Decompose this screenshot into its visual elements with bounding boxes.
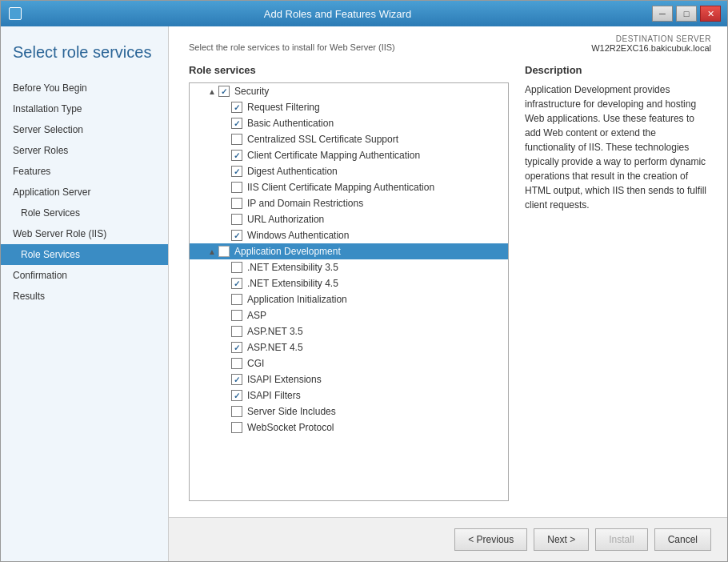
tree-item-basic-auth[interactable]: ✓ Basic Authentication: [190, 115, 508, 131]
expander-isapi-ext: [218, 373, 231, 386]
install-button[interactable]: Install: [595, 528, 647, 551]
close-button[interactable]: ✕: [700, 6, 721, 22]
sidebar-item-results[interactable]: Results: [1, 286, 168, 307]
checkbox-aspnet35[interactable]: [231, 326, 242, 337]
tree-item-app-init[interactable]: Application Initialization: [190, 291, 508, 307]
minimize-button[interactable]: ─: [652, 6, 673, 22]
checkbox-ssi[interactable]: [231, 406, 242, 417]
tree-item-url-auth[interactable]: URL Authorization: [190, 211, 508, 227]
checkbox-request-filtering[interactable]: ✓: [231, 102, 242, 113]
server-info: DESTINATION SERVER W12R2EXC16.bakicubuk.…: [591, 34, 711, 53]
sidebar-item-role-services-app[interactable]: Role Services: [1, 203, 168, 223]
right-panel: Description Application Development prov…: [525, 64, 707, 501]
restore-button[interactable]: □: [676, 6, 697, 22]
role-services-area: Role services ▲ ✓ Security: [189, 64, 707, 501]
expander-ssi: [218, 405, 231, 418]
label-isapi-filters: ISAPI Filters: [247, 390, 301, 401]
previous-button[interactable]: < Previous: [454, 528, 527, 551]
expander-ip-domain: [218, 197, 231, 210]
checkbox-net45[interactable]: ✓: [231, 278, 242, 289]
expander-isapi-filters: [218, 389, 231, 402]
label-request-filtering: Request Filtering: [247, 102, 320, 113]
expander-security[interactable]: ▲: [206, 85, 218, 98]
checkbox-app-dev[interactable]: ✓: [218, 246, 230, 257]
tree-item-isapi-ext[interactable]: ✓ ISAPI Extensions: [190, 371, 508, 387]
checkbox-iis-client-cert[interactable]: [231, 182, 242, 193]
tree-item-net35[interactable]: .NET Extensibility 3.5: [190, 259, 508, 275]
checkbox-isapi-ext[interactable]: ✓: [231, 374, 242, 385]
checkbox-basic-auth[interactable]: ✓: [231, 118, 242, 129]
sidebar-item-role-services[interactable]: Role Services: [1, 244, 168, 265]
tree-item-request-filtering[interactable]: ✓ Request Filtering: [190, 99, 508, 115]
checkbox-cgi[interactable]: [231, 358, 242, 369]
tree-item-ssi[interactable]: Server Side Includes: [190, 403, 508, 419]
expander-basic-auth: [218, 117, 231, 130]
cancel-button[interactable]: Cancel: [654, 528, 711, 551]
checkbox-client-cert-mapping[interactable]: ✓: [231, 150, 242, 161]
sidebar-item-application-server[interactable]: Application Server: [1, 182, 168, 203]
label-centralized-ssl: Centralized SSL Certificate Support: [247, 134, 398, 145]
checkbox-ip-domain[interactable]: [231, 198, 242, 209]
checkbox-isapi-filters[interactable]: ✓: [231, 390, 242, 401]
tree-item-centralized-ssl[interactable]: Centralized SSL Certificate Support: [190, 131, 508, 147]
checkbox-net35[interactable]: [231, 262, 242, 273]
sidebar-item-server-roles[interactable]: Server Roles: [1, 140, 168, 161]
main-window: Add Roles and Features Wizard ─ □ ✕ Sele…: [0, 0, 728, 562]
label-net45: .NET Extensibility 4.5: [247, 278, 338, 289]
tree-item-security[interactable]: ▲ ✓ Security: [190, 83, 508, 99]
sidebar-item-server-selection[interactable]: Server Selection: [1, 119, 168, 140]
label-iis-client-cert: IIS Client Certificate Mapping Authentic…: [247, 182, 434, 193]
expander-net45: [218, 277, 231, 290]
checkbox-centralized-ssl[interactable]: [231, 134, 242, 145]
tree-item-ip-domain[interactable]: IP and Domain Restrictions: [190, 195, 508, 211]
tree-item-digest-auth[interactable]: ✓ Digest Authentication: [190, 163, 508, 179]
tree-item-asp[interactable]: ASP: [190, 307, 508, 323]
sidebar-item-before-you-begin[interactable]: Before You Begin: [1, 78, 168, 98]
main-content-wrapper: DESTINATION SERVER W12R2EXC16.bakicubuk.…: [169, 26, 727, 561]
label-ip-domain: IP and Domain Restrictions: [247, 198, 363, 209]
sidebar-item-web-server-role[interactable]: Web Server Role (IIS): [1, 223, 168, 244]
label-websocket: WebSocket Protocol: [247, 422, 334, 433]
label-ssi: Server Side Includes: [247, 406, 336, 417]
expander-url-auth: [218, 213, 231, 226]
tree-item-cgi[interactable]: CGI: [190, 355, 508, 371]
tree-item-client-cert-mapping[interactable]: ✓ Client Certificate Mapping Authenticat…: [190, 147, 508, 163]
checkbox-asp[interactable]: [231, 310, 242, 321]
tree-item-windows-auth[interactable]: ✓ Windows Authentication: [190, 227, 508, 243]
label-digest-auth: Digest Authentication: [247, 166, 338, 177]
label-net35: .NET Extensibility 3.5: [247, 262, 338, 273]
tree-item-websocket[interactable]: WebSocket Protocol: [190, 419, 508, 436]
sidebar-item-features[interactable]: Features: [1, 161, 168, 182]
next-button[interactable]: Next >: [534, 528, 589, 551]
label-basic-auth: Basic Authentication: [247, 118, 334, 129]
tree-item-aspnet35[interactable]: ASP.NET 3.5: [190, 323, 508, 339]
expander-digest-auth: [218, 165, 231, 178]
server-info-label: DESTINATION SERVER: [591, 34, 711, 43]
expander-app-dev[interactable]: ▲: [206, 245, 218, 258]
label-aspnet35: ASP.NET 3.5: [247, 326, 303, 337]
tree-container: ▲ ✓ Security ✓ Request Filtering: [189, 82, 509, 501]
sidebar: Select role services Before You Begin In…: [1, 26, 169, 561]
sidebar-item-confirmation[interactable]: Confirmation: [1, 265, 168, 286]
tree-item-iis-client-cert[interactable]: IIS Client Certificate Mapping Authentic…: [190, 179, 508, 195]
main-content: Select the role services to install for …: [169, 26, 727, 517]
tree-item-app-dev[interactable]: ▲ ✓ Application Development: [190, 243, 508, 259]
label-security: Security: [234, 86, 269, 97]
checkbox-aspnet45[interactable]: ✓: [231, 342, 242, 353]
expander-centralized-ssl: [218, 133, 231, 146]
checkbox-windows-auth[interactable]: ✓: [231, 230, 242, 241]
tree-item-isapi-filters[interactable]: ✓ ISAPI Filters: [190, 387, 508, 403]
checkbox-digest-auth[interactable]: ✓: [231, 166, 242, 177]
sidebar-item-installation-type[interactable]: Installation Type: [1, 98, 168, 119]
checkbox-websocket[interactable]: [231, 422, 242, 433]
tree-item-aspnet45[interactable]: ✓ ASP.NET 4.5: [190, 339, 508, 355]
checkbox-security[interactable]: ✓: [218, 86, 230, 97]
tree-item-net45[interactable]: ✓ .NET Extensibility 4.5: [190, 275, 508, 291]
checkbox-url-auth[interactable]: [231, 214, 242, 225]
right-panel-title: Description: [525, 64, 707, 76]
expander-client-cert-mapping: [218, 149, 231, 162]
label-app-init: Application Initialization: [247, 294, 347, 305]
checkbox-app-init[interactable]: [231, 294, 242, 305]
tree-scroll[interactable]: ▲ ✓ Security ✓ Request Filtering: [190, 83, 508, 500]
bottom-bar: < Previous Next > Install Cancel: [169, 517, 727, 561]
